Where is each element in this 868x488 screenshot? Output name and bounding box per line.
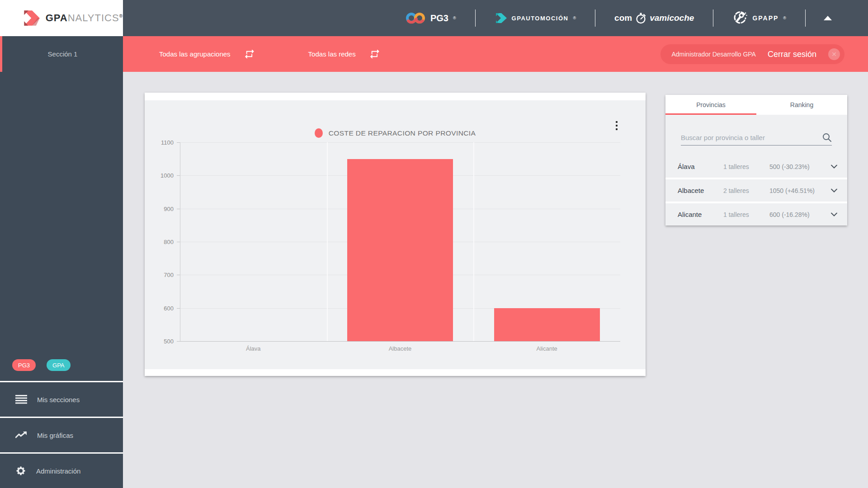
y-tick-label: 900 [164, 205, 174, 212]
y-tick-label: 1100 [161, 139, 174, 146]
y-tick [177, 275, 180, 275]
y-axis-line [180, 142, 180, 341]
y-tick-label: 700 [164, 272, 174, 278]
badges-row: PG3 GPA [0, 349, 123, 381]
sidebar-item-mis-secciones[interactable]: Mis secciones [0, 381, 123, 417]
filter-agrupaciones-label: Todas las agrupaciones [159, 50, 231, 58]
pg3-label: PG3 [430, 13, 448, 23]
badge-gpa[interactable]: GPA [47, 359, 71, 371]
chevron-down-icon[interactable] [831, 212, 837, 216]
province-name: Álava [678, 163, 695, 170]
panel-body: Álava 1 talleres 500 (-30.23%) Albacete … [665, 115, 847, 225]
search-input[interactable] [681, 134, 822, 141]
gpautomocion-arrow-icon [495, 13, 507, 23]
y-tick-label: 800 [164, 239, 174, 245]
brand-arrow-icon [22, 9, 40, 28]
category-separator [473, 142, 474, 341]
y-tick [177, 209, 180, 209]
x-tick-label: Albacete [389, 345, 412, 352]
y-tick [177, 308, 180, 309]
province-talleres: 1 talleres [723, 163, 749, 170]
province-value: 500 (-30.23%) [769, 163, 810, 170]
section-label: Sección 1 [48, 50, 78, 58]
logout-close-icon[interactable]: ✕ [828, 48, 840, 60]
province-rows: Álava 1 talleres 500 (-30.23%) Albacete … [665, 155, 847, 225]
gridline [180, 142, 620, 143]
chart-title: COSTE DE REPARACION POR PROVINCIA [329, 129, 476, 137]
panel-tabs: Provincias Ranking [665, 95, 847, 115]
province-row-alava[interactable]: Álava 1 talleres 500 (-30.23%) [665, 155, 847, 178]
province-value: 600 (-16.28%) [769, 211, 810, 218]
gear-icon [15, 465, 26, 476]
wrench-circle-icon [732, 10, 748, 26]
list-icon [15, 395, 27, 404]
chevron-down-icon[interactable] [831, 188, 837, 192]
sidebar-item-administracion[interactable]: Administración [0, 452, 123, 488]
filter-agrupaciones[interactable]: Todas las agrupaciones [159, 50, 255, 59]
gridline [180, 341, 620, 342]
chevron-down-icon[interactable] [831, 164, 837, 169]
y-tick-label: 500 [164, 338, 174, 345]
province-name: Albacete [678, 187, 704, 194]
collapse-header-arrow-icon[interactable] [824, 16, 832, 20]
partner-logos: PG3® GPAUTOMOCIÓN® com vamicoche [386, 0, 850, 36]
province-name: Alicante [678, 211, 702, 218]
sidebar-item-label: Mis secciones [37, 396, 80, 404]
chart-card: COSTE DE REPARACION POR PROVINCIA 500600… [145, 93, 646, 376]
filter-bar: Todas las agrupaciones Todas las redes A… [123, 36, 868, 72]
provinces-panel: Provincias Ranking Álava 1 talleres 500 … [665, 95, 847, 225]
active-tab-indicator [665, 113, 756, 115]
stopwatch-icon [635, 12, 647, 24]
x-tick-label: Álava [246, 345, 261, 352]
brand-wordmark: GPANALYTICS® [46, 12, 123, 24]
x-tick-label: Alicante [537, 345, 557, 352]
swap-repeat-icon[interactable] [244, 50, 255, 59]
y-tick-label: 600 [164, 305, 174, 311]
tab-provincias[interactable]: Provincias [665, 95, 756, 115]
y-tick-label: 1000 [160, 172, 174, 179]
brand-logo: GPANALYTICS® [0, 0, 123, 36]
sidebar-item-label: Administración [36, 467, 80, 475]
chart-body: COSTE DE REPARACION POR PROVINCIA 500600… [145, 100, 646, 369]
sidebar-item-seccion-1[interactable]: Sección 1 [0, 36, 123, 72]
filter-redes[interactable]: Todas las redes [308, 50, 380, 59]
search-block [665, 115, 847, 155]
province-talleres: 2 talleres [723, 187, 749, 194]
logout-button[interactable]: Cerrar sesión [768, 50, 816, 59]
province-value: 1050 (+46.51%) [769, 187, 815, 194]
bar-alicante[interactable] [494, 308, 600, 341]
province-row-albacete[interactable]: Albacete 2 talleres 1050 (+46.51%) [665, 179, 847, 202]
y-tick [177, 341, 180, 342]
tab-ranking[interactable]: Ranking [756, 95, 847, 115]
pg3-logo: PG3® [386, 11, 475, 25]
swap-repeat-icon[interactable] [369, 50, 380, 59]
province-row-alicante[interactable]: Alicante 1 talleres 600 (-16.28%) [665, 203, 847, 225]
sidebar-bottom: PG3 GPA Mis secciones Mis gráficas [0, 349, 123, 488]
app-header: GPANALYTICS® PG3® GPAUTOMOCIÓN® com [0, 0, 868, 36]
gpautomocion-logo: GPAUTOMOCIÓN® [476, 13, 595, 23]
category-separator [327, 142, 328, 341]
gpautomocion-label: GPAUTOMOCIÓN [512, 15, 569, 22]
y-tick [177, 142, 180, 143]
sidebar-item-mis-graficas[interactable]: Mis gráficas [0, 417, 123, 452]
province-talleres: 1 talleres [723, 211, 749, 218]
micoche-pre-label: com [614, 13, 632, 23]
chart-legend[interactable]: COSTE DE REPARACION POR PROVINCIA [145, 128, 646, 138]
badge-pg3[interactable]: PG3 [12, 359, 36, 371]
trending-chart-icon [15, 431, 27, 439]
micoche-post-label: vamicoche [650, 13, 694, 23]
sidebar: Sección 1 PG3 GPA Mis secciones Mis gráf… [0, 36, 123, 488]
search-field[interactable] [681, 132, 832, 145]
pg3-infinity-icon [405, 11, 426, 25]
search-icon[interactable] [822, 132, 832, 142]
gpapp-label: GPAPP [752, 14, 778, 22]
gpapp-logo: GPAPP® [713, 10, 805, 26]
user-name-label: Administrador Desarrollo GPA [671, 51, 755, 58]
legend-dot-icon [315, 128, 323, 138]
filter-redes-label: Todas las redes [308, 50, 356, 58]
bar-albacete[interactable] [347, 159, 453, 341]
user-session-pill: Administrador Desarrollo GPA Cerrar sesi… [660, 44, 844, 64]
y-tick [177, 242, 180, 242]
comprovamicoche-logo: com vamicoche [595, 12, 713, 24]
y-tick [177, 175, 180, 176]
